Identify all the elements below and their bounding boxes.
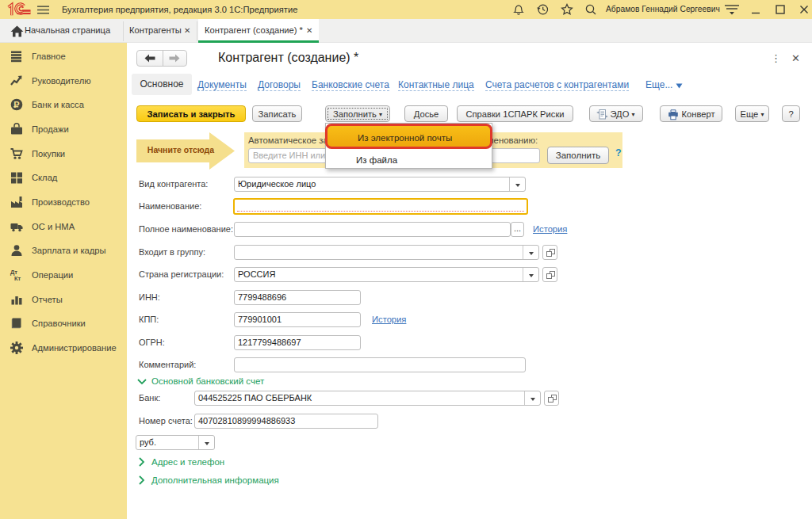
svg-text:P: P xyxy=(13,100,19,109)
svg-text:Кт: Кт xyxy=(14,275,21,282)
